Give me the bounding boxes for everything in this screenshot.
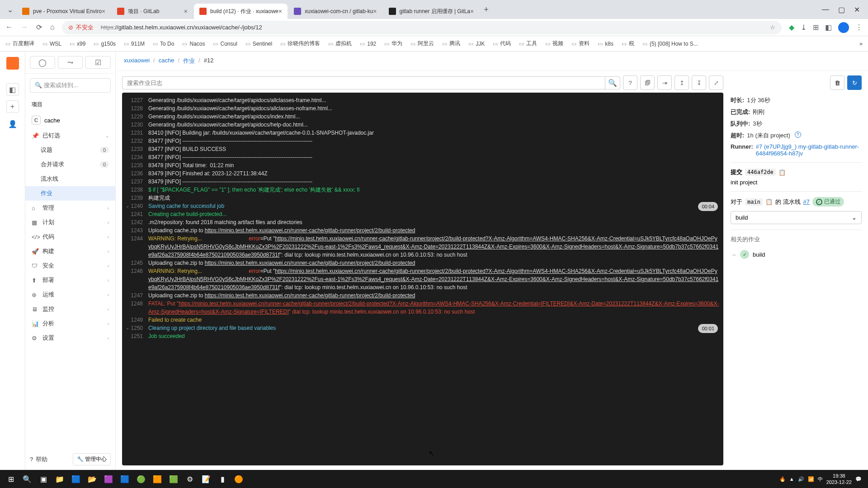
sidebar-item-pipelines[interactable]: 流水线: [25, 172, 115, 186]
tray-ime[interactable]: 中: [818, 476, 823, 483]
taskbar-app[interactable]: 🟦: [117, 471, 133, 487]
fullscreen-icon[interactable]: ⤢: [709, 75, 723, 90]
bookmark-item[interactable]: ▭x99: [70, 41, 85, 47]
window-maximize-icon[interactable]: ▢: [838, 5, 845, 14]
sidebar-item-operate[interactable]: ⊕运维›: [25, 287, 115, 302]
taskbar-app[interactable]: 🟧: [149, 471, 165, 487]
nav-back-icon[interactable]: ←: [5, 23, 13, 32]
bookmark-item[interactable]: ▭代码: [493, 40, 511, 47]
taskbar-app[interactable]: 🟦: [68, 471, 84, 487]
bookmark-item[interactable]: ▭腾讯: [442, 40, 460, 47]
todos-shortcut-icon[interactable]: ☑: [85, 56, 111, 69]
sidebar-item-deploy[interactable]: ⬆部署›: [25, 273, 115, 287]
raw-log-icon[interactable]: 🗐: [640, 75, 655, 90]
download-log-icon[interactable]: ⇥: [657, 75, 672, 90]
copy-branch-icon[interactable]: 📋: [765, 198, 773, 205]
bookmark-item[interactable]: ▭k8s: [598, 41, 613, 47]
bookmark-item[interactable]: ▭(5) [008] How to S...: [642, 41, 698, 47]
copy-sha-icon[interactable]: 📋: [778, 169, 786, 176]
window-minimize-icon[interactable]: —: [822, 5, 829, 14]
sidebar-item-jobs[interactable]: 作业: [25, 186, 115, 201]
bookmark-item[interactable]: ▭Sentinel: [245, 41, 272, 47]
bookmark-item[interactable]: ▭视频: [545, 40, 563, 47]
log-link[interactable]: https://minio.test.helm.xuxiaowei.cn/run…: [205, 260, 415, 266]
tab-dropdown-icon[interactable]: ⌄: [4, 5, 17, 14]
tray-icon[interactable]: ▲: [789, 476, 794, 482]
job-log-output[interactable]: 1227Generating /builds/xuxiaowei/cache/t…: [122, 93, 723, 465]
home-icon[interactable]: ⌂: [50, 23, 55, 32]
project-link[interactable]: C cache: [25, 112, 115, 128]
pipeline-link[interactable]: #7: [803, 198, 810, 205]
side-panel-icon[interactable]: ◧: [825, 23, 832, 32]
taskbar-app[interactable]: 🟪: [100, 471, 117, 487]
notifications-icon[interactable]: 💬: [855, 476, 862, 482]
taskbar-app[interactable]: 🟠: [231, 471, 247, 487]
help-link[interactable]: ?帮助: [30, 453, 47, 465]
taskbar-app[interactable]: 🟩: [165, 471, 182, 487]
taskbar-clock[interactable]: 19:38 2023-12-22: [826, 473, 852, 485]
taskbar-app[interactable]: ⚙: [182, 471, 198, 487]
breadcrumb-group[interactable]: xuxiaowei: [124, 57, 150, 65]
sidebar-item-monitor[interactable]: 🖥监控›: [25, 302, 115, 316]
search-taskbar-icon[interactable]: 🔍: [19, 471, 35, 487]
info-icon[interactable]: ?: [795, 131, 801, 138]
bookmark-item[interactable]: ▭华为: [384, 40, 402, 47]
bookmark-item[interactable]: ▭徐晓伟的博客: [280, 40, 320, 47]
stage-dropdown[interactable]: build ⌄: [731, 211, 862, 224]
job-log-search-input[interactable]: [122, 76, 605, 89]
sidebar-item-merge-requests[interactable]: 合并请求 0: [25, 157, 115, 172]
bookmarks-overflow-icon[interactable]: »: [859, 41, 863, 47]
job-log-search-button[interactable]: 🔍: [605, 76, 620, 89]
log-link[interactable]: https://minio.test.helm.xuxiaowei.cn/run…: [205, 227, 415, 234]
sidebar-item-code[interactable]: </>代码›: [25, 230, 115, 244]
bookmark-item[interactable]: ▭g150s: [94, 41, 116, 47]
browser-tab[interactable]: pve - Proxmox Virtual Enviro×: [17, 4, 111, 19]
nav-forward-icon[interactable]: →: [21, 23, 28, 32]
shield-icon[interactable]: ◆: [789, 23, 794, 32]
tab-close-icon[interactable]: ×: [373, 8, 377, 15]
taskbar-chrome[interactable]: 🟢: [133, 471, 149, 487]
chrome-menu-icon[interactable]: ⋮: [855, 23, 863, 32]
taskbar-app[interactable]: 📝: [198, 471, 214, 487]
tab-close-icon[interactable]: ×: [102, 8, 105, 15]
browser-tab[interactable]: 项目 · GitLab×: [112, 4, 193, 19]
sidebar-item-plan[interactable]: ▦计划›: [25, 215, 115, 230]
window-close-icon[interactable]: ✕: [854, 5, 860, 14]
bookmark-item[interactable]: ▭资料: [571, 40, 590, 47]
merge-requests-shortcut-icon[interactable]: ⤳: [58, 56, 83, 69]
bookmark-item[interactable]: ▭JJK: [468, 41, 485, 47]
bookmark-item[interactable]: ▭Nacos: [182, 41, 205, 47]
help-doc-icon[interactable]: ?: [623, 75, 637, 90]
bookmark-item[interactable]: ▭税: [622, 40, 634, 47]
breadcrumb-project[interactable]: cache: [159, 57, 175, 65]
commit-sha[interactable]: 446af2de: [745, 169, 776, 176]
url-input[interactable]: ⊘ 不安全 https://gitlab.test.helm.xuxiaowei…: [62, 21, 782, 34]
collapse-icon[interactable]: ⌄: [126, 202, 129, 210]
sidebar-search-input[interactable]: 🔍 搜索或转到...: [30, 78, 111, 93]
retry-job-button[interactable]: ↻: [847, 75, 862, 90]
download-icon[interactable]: ⤓: [801, 23, 807, 32]
taskbar-terminal[interactable]: ▮: [214, 471, 231, 487]
collapse-icon[interactable]: ⌄: [126, 324, 129, 332]
tab-close-icon[interactable]: ×: [278, 8, 282, 15]
bookmark-star-icon[interactable]: ☆: [770, 24, 775, 31]
log-link[interactable]: https://minio.test.helm.xuxiaowei.cn/run…: [205, 292, 415, 299]
browser-tab[interactable]: build (#12) · 作业 · xuxiaowe×: [194, 4, 288, 19]
scroll-top-icon[interactable]: ↥: [675, 75, 689, 90]
erase-job-button[interactable]: 🗑: [830, 75, 844, 90]
sidebar-item-security[interactable]: 🛡安全›: [25, 258, 115, 273]
breadcrumb-jobs[interactable]: 作业: [183, 57, 195, 65]
sidebar-item-issues[interactable]: 议题 0: [25, 143, 115, 157]
bookmark-item[interactable]: ▭Consul: [213, 41, 237, 47]
taskbar-app[interactable]: 📁: [52, 471, 68, 487]
log-link[interactable]: https://minio.test.helm.xuxiaowei.cn/run…: [148, 300, 719, 315]
gitlab-logo-icon[interactable]: [6, 57, 19, 70]
bookmark-item[interactable]: ▭192: [360, 41, 376, 47]
start-button[interactable]: ⊞: [3, 471, 19, 487]
bookmark-item[interactable]: ▭百度翻译: [5, 40, 34, 47]
extensions-icon[interactable]: ⊞: [813, 23, 819, 32]
issues-shortcut-icon[interactable]: ◯: [30, 56, 55, 69]
admin-center-button[interactable]: 🔧 管理中心: [73, 453, 111, 465]
bookmark-item[interactable]: ▭虚拟机: [328, 40, 352, 47]
sidebar-item-pinned[interactable]: 📌 已钉选 ⌄: [25, 128, 115, 143]
